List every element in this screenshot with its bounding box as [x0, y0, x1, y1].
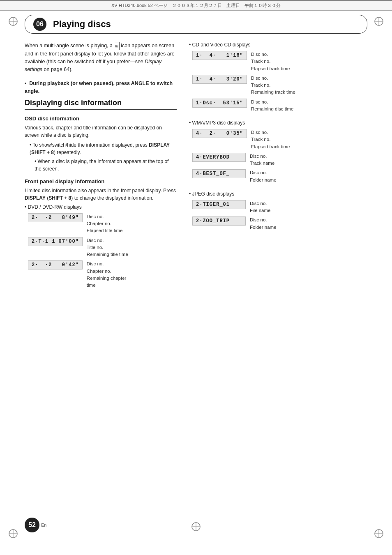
cd-label: CD and Video CD displays: [189, 42, 367, 48]
wma-display-section: WMA/MP3 disc displays 4· 2· 0'35" Disc n…: [189, 120, 367, 184]
dvd-label-3: Disc no.Chapter no.Remaining chaptertime: [87, 260, 127, 289]
osd-sub-bullet: When a disc is playing, the information …: [35, 158, 177, 173]
jpeg-label-1: Disc no.File name: [250, 200, 271, 214]
dvd-display-row-2: 2·T·1 1 07'00" Disc no.Title no.Remainin…: [28, 237, 177, 258]
cd-display-row-2: 1· 4· 3'20" Disc no.Track no.Remaining t…: [192, 75, 367, 96]
wma-label-3: Disc no.Folder name: [250, 169, 277, 184]
corner-mark-tl: [7, 16, 19, 27]
wma-box-3: 4·BEST_OF_: [192, 169, 246, 178]
dvd-display-row-1: 2· ·2 8'49" Disc no.Chapter no.Elapsed t…: [28, 213, 177, 235]
dvd-box-3: 2· ·2 0'42": [28, 260, 83, 269]
chapter-title: Playing discs: [53, 19, 111, 30]
dvd-label-2: Disc no.Title no.Remaining title time: [87, 237, 128, 258]
dvd-label: DVD / DVD-RW displays: [25, 204, 177, 210]
wma-label-1: Disc no.Track no.Elapsed track time: [251, 129, 290, 150]
cd-display-section: CD and Video CD displays 1· 4· 1'16" Dis…: [189, 42, 367, 113]
dvd-box-2: 2·T·1 1 07'00": [28, 237, 83, 246]
jpeg-box-2: 2·ZOO_TRIP: [192, 216, 246, 226]
cd-box-1: 1· 4· 1'16": [192, 51, 247, 60]
cd-display-row-3: 1·Dsc· 53'15" Disc no.Remaining disc tim…: [192, 99, 367, 113]
corner-mark-tr: [373, 16, 385, 27]
dvd-label-1: Disc no.Chapter no.Elapsed title time: [87, 213, 123, 235]
intro-paragraph: When a multi-angle scene is playing, a ⊞…: [25, 42, 177, 73]
front-heading: Front panel display information: [25, 178, 177, 184]
wma-label-2: Disc no.Track name: [250, 153, 274, 167]
wma-box-2: 4·EVERYBOD: [192, 153, 246, 162]
jpeg-box-1: 2·TIGER_01: [192, 200, 246, 209]
cd-label-3: Disc no.Remaining disc time: [251, 99, 294, 113]
cd-display-row-1: 1· 4· 1'16" Disc no.Track no.Elapsed tra…: [192, 51, 367, 72]
dvd-display-section: DVD / DVD-RW displays 2· ·2 8'49" Disc n…: [25, 204, 177, 289]
top-bar-text: XV-HTD340.book 52 ページ ２００３年１２月２７日 土曜日 午前…: [111, 2, 281, 9]
right-column: CD and Video CD displays 1· 4· 1'16" Dis…: [189, 42, 367, 296]
main-content: 06 Playing discs When a multi-angle scen…: [25, 11, 367, 296]
wma-display-row-2: 4·EVERYBOD Disc no.Track name: [192, 153, 367, 167]
wma-display-row-3: 4·BEST_OF_ Disc no.Folder name: [192, 169, 367, 184]
jpeg-label-2: Disc no.Folder name: [250, 216, 277, 231]
osd-heading: OSD disc information: [25, 115, 177, 122]
front-body: Limited disc information also appears in…: [25, 187, 177, 202]
content-columns: When a multi-angle scene is playing, a ⊞…: [25, 42, 367, 296]
top-bar: XV-HTD340.book 52 ページ ２００３年１２月２７日 土曜日 午前…: [0, 0, 392, 11]
cd-box-3: 1·Dsc· 53'15": [192, 99, 247, 108]
wma-box-1: 4· 2· 0'35": [192, 129, 247, 138]
left-column: When a multi-angle scene is playing, a ⊞…: [25, 42, 177, 296]
jpeg-label: JPEG disc displays: [189, 191, 367, 197]
angle-bullet: • During playback (or when paused), pres…: [25, 80, 177, 95]
cd-label-1: Disc no.Track no.Elapsed track time: [251, 51, 290, 72]
wma-label: WMA/MP3 disc displays: [189, 120, 367, 126]
wma-display-row-1: 4· 2· 0'35" Disc no.Track no.Elapsed tra…: [192, 129, 367, 150]
jpeg-display-row-1: 2·TIGER_01 Disc no.File name: [192, 200, 367, 214]
section-heading: Displaying disc information: [25, 99, 177, 110]
jpeg-display-row-2: 2·ZOO_TRIP Disc no.Folder name: [192, 216, 367, 231]
angle-icon: ⊞: [114, 42, 119, 50]
dvd-display-row-3: 2· ·2 0'42" Disc no.Chapter no.Remaining…: [28, 260, 177, 289]
osd-body: Various track, chapter and title informa…: [25, 124, 177, 139]
chapter-header: 06 Playing discs: [25, 15, 367, 34]
osd-bullet: To show/switch/hide the information disp…: [30, 141, 177, 156]
chapter-number: 06: [33, 18, 46, 31]
cd-box-2: 1· 4· 3'20": [192, 75, 247, 84]
cd-label-2: Disc no.Track no.Remaining track time: [251, 75, 295, 96]
bottom-marks: [0, 521, 392, 532]
jpeg-display-section: JPEG disc displays 2·TIGER_01 Disc no.Fi…: [189, 191, 367, 231]
dvd-box-1: 2· ·2 8'49": [28, 213, 83, 222]
